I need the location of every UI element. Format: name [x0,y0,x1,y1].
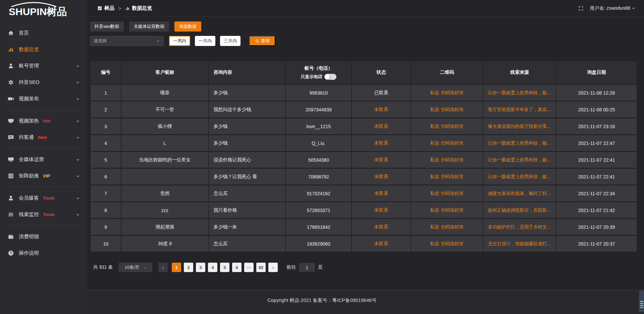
sidebar-item-data-overview[interactable]: 数据总览 [0,41,87,58]
scan-add-friend-link[interactable]: 扫码加好友 [441,107,464,112]
sidebar-item-douyin-seo[interactable]: 抖音SEO [0,74,87,91]
page-button[interactable]: 5 [220,263,229,272]
cell-source: 感谢大家喜欢我家，被问了好... [483,186,556,201]
phone-only-toggle[interactable] [324,74,336,80]
sidebar-item-operation-guide[interactable]: ? 操作说明 [0,245,87,261]
scan-add-friend-link[interactable]: 扫码加好友 [441,224,464,229]
sidebar-item-doukentong[interactable]: 抖客通 New [0,129,87,146]
cell-date: 2021-11-07 21:42 [556,202,637,218]
scan-add-friend-link[interactable]: 扫码加好友 [441,191,464,196]
page-size-select[interactable]: 10条/页 [119,263,152,272]
page-button[interactable]: 92 [256,263,266,272]
cell-nickname: zzz [121,202,208,218]
status-text: 未联系 [374,207,388,213]
private-message-link[interactable]: 私信 [430,124,439,129]
bar-chart-icon [7,46,14,53]
private-message-link[interactable]: 私信 [430,174,439,179]
search-button[interactable]: 查询 [249,36,275,46]
breadcrumb-separator: > [118,6,121,11]
page-button[interactable]: 3 [196,263,205,272]
scan-add-friend-link[interactable]: 扫码加好友 [441,174,464,179]
lead-source-link[interactable]: 让你一眼就爱上的黑科技，能... [488,174,551,179]
lead-source-link[interactable]: 让你一眼就爱上的黑科技，能... [488,157,551,162]
sidebar-item-video-publish[interactable]: 视频发布 [0,91,87,107]
lead-source-link[interactable]: 让你一眼就爱上的黑科技，能... [488,141,551,146]
status-text: 未联系 [374,174,388,179]
scan-add-friend-link[interactable]: 扫码加好友 [441,141,464,146]
sidebar-item-lead-monitoring[interactable]: 线索监控 Tools [0,206,87,223]
page-button[interactable]: 1 [172,263,181,272]
cell-index: 10 [91,236,121,252]
page-button[interactable]: 6 [232,263,241,272]
lead-source-link[interactable]: 多功能护栏灯，适用于乡村文... [488,224,551,229]
scan-add-friend-link[interactable]: 扫码加好友 [441,157,464,162]
chevron-down-icon [143,266,147,269]
service-widget[interactable] [639,291,644,312]
private-message-link[interactable]: 私信 [430,191,439,196]
table-row: 2 不可一世 我想问这个多少钱 2097344839 未联系 私信扫码加好友 客… [91,102,637,117]
tab-inquiry-data[interactable]: 询盘数据 [174,21,201,32]
goto-page-input[interactable] [299,263,315,272]
page-button[interactable]: 4 [208,263,217,272]
chevron-down-icon [76,136,80,140]
fullscreen-icon[interactable] [578,6,584,11]
lead-source-link[interactable]: 客厅安装投影半年多了，真实... [488,107,551,112]
cell-qrcode: 私信扫码加好友 [411,85,483,101]
cell-status: 未联系 [352,186,410,201]
private-message-link[interactable]: 私信 [430,208,439,213]
private-message-link[interactable]: 私信 [430,107,439,112]
cell-date: 2021-11-07 22:47 [556,135,637,151]
scan-add-friend-link[interactable]: 扫码加好友 [441,241,464,246]
footer: Copyright 树品 2021 备案号：粤ICP备09019646号 [87,290,644,314]
new-badge: New [38,135,47,140]
cell-account: 2097344839 [286,102,351,117]
bar-chart-icon [125,6,130,11]
lead-source-link[interactable]: 让你一眼就爱上的黑科技，能... [488,90,551,95]
page-button[interactable]: 2 [184,263,193,272]
sidebar-item-account-management[interactable]: 账号管理 [0,58,87,74]
cell-account: 917024162 [286,186,351,201]
sidebar-item-label: 数据总览 [19,46,39,53]
account-select[interactable]: 请选择 [90,36,164,46]
private-message-link[interactable]: 私信 [430,157,439,162]
range-quarter-button[interactable]: 三月内 [220,36,240,46]
sidebar-item-home[interactable]: 首页 [0,25,87,41]
sidebar-item-member-explosion[interactable]: 会员爆客 Tools [0,190,87,206]
breadcrumb-app[interactable]: 树品 [104,5,114,11]
private-message-link[interactable]: 私信 [430,241,439,246]
scan-add-friend-link[interactable]: 扫码加好友 [441,208,464,213]
private-message-link[interactable]: 私信 [430,224,439,229]
tab-omnimedia-data[interactable]: 全媒体运营数据 [129,21,169,32]
lead-source-link[interactable]: 被大家追着问的客厅投影分享... [488,124,551,129]
sidebar-item-consumption-details[interactable]: 消费明细 [0,228,87,245]
sidebar-item-video-heating[interactable]: 视频加热 Hot [0,113,87,129]
tools-badge: Tools [43,212,54,217]
brand-logo[interactable]: SHUPIN树品 [0,0,87,21]
user-menu[interactable]: 用户名: zswodun88 [590,5,635,11]
private-message-link[interactable]: 私信 [430,141,439,146]
cell-qrcode: 私信扫码加好友 [411,152,483,168]
table-row: 4 L 多少钱 Q_Liu. 未联系 私信扫码加好友 让你一眼就爱上的黑科技，能… [91,135,637,151]
page-button[interactable]: ··· [244,263,254,272]
private-message-link[interactable]: 私信 [430,90,439,95]
range-month-button[interactable]: 一月内 [195,36,215,46]
tab-douyin-seo-data[interactable]: 抖音seo数据 [90,21,124,32]
hot-badge: Hot [43,118,50,123]
chevron-down-icon [76,119,80,123]
scan-add-friend-link[interactable]: 扫码加好友 [441,90,464,95]
goto-suffix: 页 [318,264,323,270]
lead-source-link[interactable]: 无主灯设计，智能磁吸轨道灯... [488,241,551,246]
range-week-button[interactable]: 一周内 [169,36,190,46]
next-page-button[interactable]: › [268,263,278,272]
divider [5,148,82,149]
data-tabs: 抖音seo数据 全媒体运营数据 询盘数据 [90,21,637,32]
sidebar-item-omnimedia-operation[interactable]: 全媒体运营 [0,151,87,168]
sidebar-item-matrix-boost[interactable]: 矩阵助推 VIP [0,168,87,184]
app-window: SHUPIN树品 首页 数据总览 账号管理 抖音SEO [0,0,644,314]
lead-source-link[interactable]: 如何正确选择投影仪，买投影... [488,208,551,213]
scan-add-friend-link[interactable]: 扫码加好友 [441,124,464,129]
lead-source-link[interactable]: 感谢大家喜欢我家，被问了好... [488,191,551,196]
cell-index: 7 [91,186,121,201]
prev-page-button[interactable]: ‹ [158,263,168,272]
table-row: 3 狐小狸 多少钱 love__1215 未联系 私信扫码加好友 被大家追着问的… [91,118,637,134]
